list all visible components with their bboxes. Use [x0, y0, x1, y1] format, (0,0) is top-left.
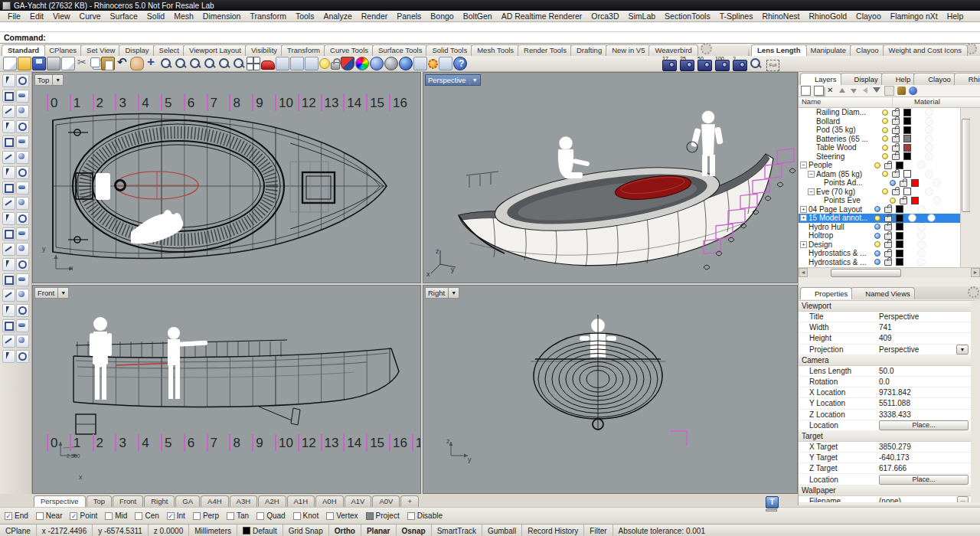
zoom-target-icon[interactable] [217, 57, 231, 70]
osnap-checkbox[interactable] [135, 512, 142, 520]
tool-explode-icon[interactable] [2, 197, 15, 210]
tool-analyze-surface-icon[interactable] [16, 335, 29, 348]
layer-material-icon[interactable] [927, 214, 936, 222]
osnap-near[interactable]: Near [36, 511, 63, 520]
layer-material-icon[interactable] [925, 170, 933, 178]
layer-lock-icon[interactable] [892, 189, 900, 195]
layer-expand-icon[interactable]: + [800, 241, 807, 248]
viewport-front[interactable]: Front ▼ 01234567891012131415161 2,500 x [32, 285, 421, 494]
layer-material-icon[interactable] [933, 196, 941, 204]
tool-dimension-icon[interactable] [2, 350, 15, 363]
xray-view-icon[interactable] [413, 57, 427, 70]
status-z-0-0000[interactable]: z 0.0000 [149, 525, 189, 536]
layers-column-material[interactable]: Material [893, 97, 968, 107]
toolbar-tab-visibility[interactable]: Visibility [245, 44, 283, 56]
zoom-selected-icon[interactable] [203, 57, 217, 70]
layer-row-15-model-annot[interactable]: +15 Model annot... [799, 214, 970, 223]
viewport-tab-a0v[interactable]: A0V [372, 495, 400, 507]
menu-sectiontools[interactable]: SectionTools [660, 11, 715, 22]
viewport-perspective[interactable]: Perspective ▼ z y x [423, 72, 798, 283]
osnap-checkbox[interactable] [105, 512, 113, 520]
osnap-checkbox[interactable] [326, 512, 334, 520]
new-sublayer-icon[interactable] [814, 86, 824, 96]
property-value[interactable]: Perspective [879, 312, 971, 321]
scroll-left-arrow-icon[interactable]: ◄ [799, 268, 808, 277]
point-filter-icon[interactable] [305, 57, 318, 70]
layer-lock-icon[interactable] [892, 145, 900, 152]
layer-lock-icon[interactable] [900, 198, 907, 204]
layer-lock-icon[interactable] [892, 136, 900, 142]
layer-row-design[interactable]: +Design [799, 240, 970, 250]
viewport-top-title[interactable]: Top ▼ [34, 74, 64, 86]
osnap-mid[interactable]: Mid [105, 511, 127, 520]
status-y-6574-5311[interactable]: y -6574.5311 [93, 525, 149, 536]
new-file-icon[interactable] [3, 57, 17, 70]
dropdown-button[interactable]: ▼ [956, 345, 969, 355]
menu-render[interactable]: Render [357, 11, 392, 22]
osnap-vertex[interactable]: Vertex [326, 511, 358, 520]
tool-extrude-icon[interactable] [16, 197, 29, 210]
rotate-view-icon[interactable] [232, 57, 246, 70]
toolbar-tab-mesh-tools[interactable]: Mesh Tools [471, 44, 520, 56]
layer-row-railing-diam[interactable]: Railing Diam... [799, 108, 970, 117]
osnap-end[interactable]: ✓End [5, 511, 28, 520]
distance-icon[interactable] [276, 57, 289, 70]
tool-revolve-icon[interactable] [16, 304, 29, 317]
tool-sphere-icon[interactable] [16, 166, 29, 179]
tool-polygon-icon[interactable] [2, 136, 15, 149]
menu-orca3d[interactable]: Orca3D [586, 11, 623, 22]
copy-icon[interactable] [90, 57, 100, 67]
layer-color-swatch[interactable] [903, 109, 911, 116]
layer-visibility-bulb-icon[interactable] [874, 206, 880, 212]
layer-lock-icon[interactable] [884, 207, 892, 213]
command-prompt[interactable]: Command: [0, 32, 980, 44]
paste-icon[interactable] [101, 57, 115, 70]
layer-row-points-ad[interactable]: Points Ad... [799, 178, 970, 188]
layer-help-icon[interactable] [909, 87, 917, 95]
viewport-tab-a0h[interactable]: A0H [315, 495, 343, 507]
status-absolute-tolerance[interactable]: Absolute tolerance: 0.001 [613, 525, 980, 536]
tool-arc-icon[interactable] [2, 120, 15, 133]
tool-loft-icon[interactable] [16, 289, 29, 302]
menu-file[interactable]: File [3, 11, 25, 22]
layer-material-icon[interactable] [917, 258, 926, 266]
osnap-disable[interactable]: Disable [407, 511, 443, 520]
layer-row-steering[interactable]: Steering [799, 152, 970, 162]
status-gumball[interactable]: Gumball [482, 525, 522, 536]
tool-point-icon[interactable] [16, 74, 29, 87]
print-icon[interactable] [47, 57, 60, 70]
property-value[interactable]: 409 [879, 334, 971, 342]
panel-tab-display[interactable]: Display [840, 73, 883, 85]
osnap-checkbox[interactable] [193, 512, 201, 520]
shaded-view-icon[interactable] [370, 57, 384, 70]
property-value[interactable]: 3338.433 [879, 410, 971, 419]
tool-select-icon[interactable] [2, 74, 15, 87]
layer-color-swatch[interactable] [896, 258, 903, 266]
layer-row-table-wood[interactable]: Table Wood [799, 143, 970, 152]
property-value[interactable]: 741 [879, 323, 971, 332]
menu-dimension[interactable]: Dimension [198, 11, 246, 22]
lens-camera-50-icon[interactable]: 50 [697, 60, 712, 71]
tool-boolean-union-icon[interactable] [2, 319, 15, 332]
layer-row-hydro-hull[interactable]: Hydro Hull [799, 223, 970, 232]
delete-layer-icon[interactable] [827, 87, 835, 95]
osnap-cen[interactable]: Cen [135, 511, 158, 520]
filter-icon[interactable] [873, 87, 881, 95]
layer-color-swatch[interactable] [903, 126, 911, 134]
tool-control-point-curve-icon[interactable] [2, 90, 15, 103]
osnap-knot[interactable]: Knot [293, 511, 319, 520]
tool-cylinder-icon[interactable] [2, 181, 15, 194]
status-grid-snap[interactable]: Grid Snap [283, 525, 329, 536]
layer-expand-icon[interactable]: − [808, 188, 815, 195]
toolbar-tab-curve-tools[interactable]: Curve Tools [324, 44, 374, 56]
toolbar-tab-surface-tools[interactable]: Surface Tools [372, 44, 428, 56]
layer-color-swatch[interactable] [896, 162, 903, 169]
panel-tab-rhino[interactable]: Rhino... [954, 73, 980, 85]
layer-visibility-bulb-icon[interactable] [882, 153, 888, 159]
layer-visibility-bulb-icon[interactable] [882, 118, 888, 124]
property-value[interactable]: 0.0 [879, 377, 971, 386]
status-millimeters[interactable]: Millimeters [189, 525, 237, 536]
toolbar-tab-new-in-v5[interactable]: New in V5 [606, 44, 651, 56]
toolbar-tab-lens-length[interactable]: Lens Length [751, 44, 806, 56]
status-x-2172-4496[interactable]: x -2172.4496 [37, 525, 93, 536]
